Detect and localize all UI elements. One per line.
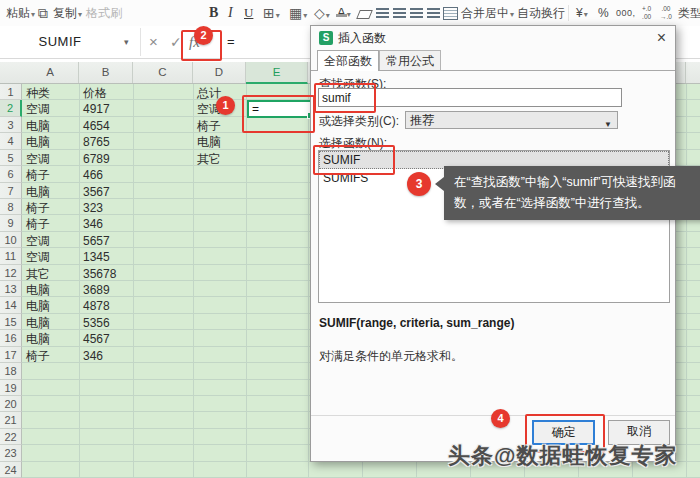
confirm-entry-icon[interactable]: ✓ <box>170 26 182 58</box>
copy-icon[interactable]: ⧉ <box>38 0 48 26</box>
format-painter-button[interactable]: 格式刷 <box>86 0 122 26</box>
cancel-entry-icon[interactable]: × <box>149 26 158 58</box>
row-header-16[interactable]: 16 <box>0 330 22 346</box>
align-right-icon[interactable] <box>410 8 423 18</box>
increase-decimal-icon[interactable]: +.0.00 <box>642 5 651 21</box>
row-header-15[interactable]: 15 <box>0 314 22 330</box>
close-icon[interactable]: × <box>657 28 666 48</box>
percent-button[interactable]: % <box>598 0 609 26</box>
eraser-icon[interactable] <box>356 10 373 19</box>
row-header-22[interactable]: 22 <box>0 429 22 445</box>
row-header-18[interactable]: 18 <box>0 363 22 379</box>
category-dropdown[interactable]: 推荐 ▼ <box>405 111 618 129</box>
row-header-24[interactable]: 24 <box>0 462 22 478</box>
column-header-b[interactable]: B <box>79 62 133 83</box>
cell-a8[interactable]: 椅子 <box>26 200 50 216</box>
active-cell-e2[interactable]: = <box>247 100 313 118</box>
cell-a16[interactable]: 电脑 <box>26 331 50 347</box>
cell-b12[interactable]: 35678 <box>83 266 116 282</box>
align-left-icon[interactable] <box>376 8 389 18</box>
row-header-5[interactable]: 5 <box>0 150 22 166</box>
cell-b10[interactable]: 5657 <box>83 233 110 249</box>
cell-b3[interactable]: 4654 <box>83 118 110 134</box>
indent-icon[interactable] <box>443 7 458 20</box>
fill-color-icon[interactable]: ◇▾ <box>314 0 330 26</box>
cell-b11[interactable]: 1345 <box>83 249 110 265</box>
cell-b7[interactable]: 3567 <box>83 184 110 200</box>
cell-b8[interactable]: 323 <box>83 200 103 216</box>
column-header-d[interactable]: D <box>193 62 246 83</box>
paste-button[interactable]: 粘贴▾ <box>6 0 35 26</box>
cell-b15[interactable]: 5356 <box>83 315 110 331</box>
column-header-c[interactable]: C <box>133 62 193 83</box>
search-function-input[interactable] <box>318 88 622 107</box>
cell-b17[interactable]: 346 <box>83 348 103 364</box>
align-center-icon[interactable] <box>393 8 406 18</box>
row-header-19[interactable]: 19 <box>0 380 22 396</box>
cell-a6[interactable]: 椅子 <box>26 167 50 183</box>
tab-all-functions[interactable]: 全部函数 <box>317 50 379 71</box>
copy-button[interactable]: 复制▾ <box>53 0 82 26</box>
merge-center-button[interactable]: 合并居中▾ <box>461 0 514 26</box>
row-header-7[interactable]: 7 <box>0 183 22 199</box>
row-header-21[interactable]: 21 <box>0 412 22 428</box>
cell-d4[interactable]: 电脑 <box>197 134 221 150</box>
name-box-dropdown-icon[interactable]: ▾ <box>124 26 129 58</box>
formula-content[interactable]: = <box>227 26 235 58</box>
row-header-10[interactable]: 10 <box>0 232 22 248</box>
row-header-12[interactable]: 12 <box>0 265 22 281</box>
align-justify-icon[interactable] <box>427 8 440 18</box>
cell-shading-icon[interactable]: ▦▾ <box>289 0 307 26</box>
cell-b13[interactable]: 3689 <box>83 282 110 298</box>
borders-icon[interactable]: ⊞▾ <box>263 0 280 26</box>
row-header-23[interactable]: 23 <box>0 445 22 461</box>
type-conversion-button[interactable]: 类型 <box>678 0 700 26</box>
currency-button[interactable]: ¥▾ <box>576 0 588 26</box>
cell-b5[interactable]: 6789 <box>83 151 110 167</box>
column-header-a[interactable]: A <box>22 62 79 83</box>
cell-a3[interactable]: 电脑 <box>26 118 50 134</box>
row-header-9[interactable]: 9 <box>0 215 22 231</box>
cell-b14[interactable]: 4878 <box>83 298 110 314</box>
cell-a17[interactable]: 椅子 <box>26 348 50 364</box>
cell-b1[interactable]: 价格 <box>83 85 107 101</box>
row-header-4[interactable]: 4 <box>0 133 22 149</box>
cell-b4[interactable]: 8765 <box>83 134 110 150</box>
row-header-11[interactable]: 11 <box>0 248 22 264</box>
row-header-20[interactable]: 20 <box>0 396 22 412</box>
thousands-separator-button[interactable]: 000, <box>616 0 636 26</box>
decrease-decimal-icon[interactable]: .00→.0 <box>660 5 672 21</box>
row-header-14[interactable]: 14 <box>0 297 22 313</box>
cell-b6[interactable]: 466 <box>83 167 103 183</box>
cell-a5[interactable]: 空调 <box>26 151 50 167</box>
italic-button[interactable]: I <box>228 0 233 26</box>
cell-a2[interactable]: 空调 <box>26 101 50 117</box>
cell-a13[interactable]: 电脑 <box>26 282 50 298</box>
font-color-icon[interactable]: A▾ <box>337 0 351 26</box>
cell-a12[interactable]: 其它 <box>26 266 50 282</box>
column-header-m[interactable]: M <box>686 62 700 83</box>
wrap-text-button[interactable]: 自动换行 <box>517 0 565 26</box>
cell-a10[interactable]: 空调 <box>26 233 50 249</box>
cell-a15[interactable]: 电脑 <box>26 315 50 331</box>
bold-button[interactable]: B <box>209 0 218 26</box>
underline-button[interactable]: U <box>244 0 253 26</box>
cell-d3[interactable]: 椅子 <box>197 118 221 134</box>
cell-a1[interactable]: 种类 <box>26 85 50 101</box>
cell-b16[interactable]: 4567 <box>83 331 110 347</box>
row-header-13[interactable]: 13 <box>0 281 22 297</box>
row-header-17[interactable]: 17 <box>0 347 22 363</box>
cell-d5[interactable]: 其它 <box>197 151 221 167</box>
row-header-3[interactable]: 3 <box>0 117 22 133</box>
cell-a11[interactable]: 空调 <box>26 249 50 265</box>
cell-b2[interactable]: 4917 <box>83 101 110 117</box>
cell-a14[interactable]: 电脑 <box>26 298 50 314</box>
cell-a4[interactable]: 电脑 <box>26 134 50 150</box>
name-box[interactable]: SUMIF <box>0 26 120 58</box>
row-header-2[interactable]: 2 <box>0 100 22 116</box>
cell-a7[interactable]: 电脑 <box>26 184 50 200</box>
column-header-e[interactable]: E <box>246 62 308 84</box>
row-header-1[interactable]: 1 <box>0 84 22 100</box>
row-header-6[interactable]: 6 <box>0 166 22 182</box>
tab-common-formulas[interactable]: 常用公式 <box>379 50 441 70</box>
